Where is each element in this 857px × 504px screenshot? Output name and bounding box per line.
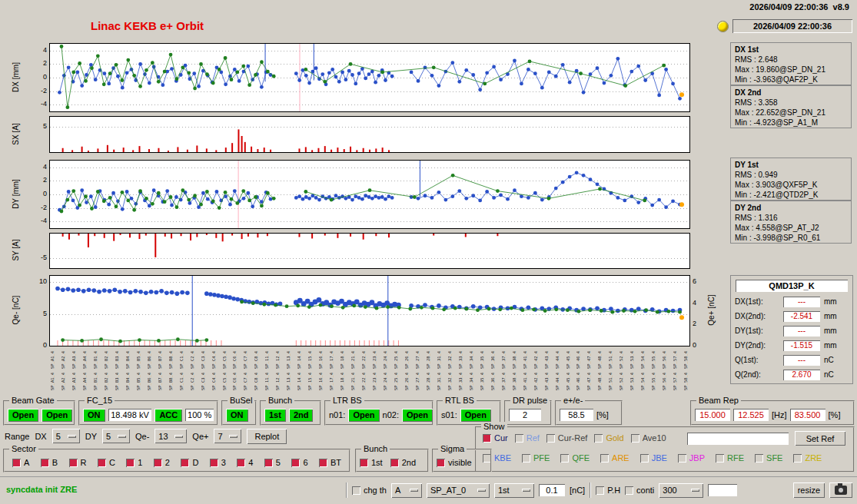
sector-checkbox-c[interactable]: C [98, 458, 115, 467]
sector-checkbox-3[interactable]: 3 [210, 458, 226, 467]
sector-checkbox-a[interactable]: A [12, 458, 29, 467]
show-rfe-checkbox[interactable]: RFE [716, 453, 744, 463]
checkbox-indicator [755, 454, 763, 463]
stats-min: Min : -2.421@QTD2P_K [735, 190, 851, 200]
sector-checkbox-5[interactable]: 5 [264, 458, 281, 467]
chg-th-checkbox[interactable]: chg th [352, 486, 387, 495]
bunch-2nd-checkbox[interactable]: 2nd [390, 458, 416, 467]
checkbox-indicator [522, 454, 530, 463]
sector-checkbox-b[interactable]: B [41, 458, 58, 467]
show-jbp-checkbox[interactable]: JBP [678, 453, 705, 463]
show-cur-checkbox[interactable]: Cur [483, 433, 508, 443]
bpm-name-label: SP_16_4 [319, 347, 323, 369]
fc15-percent-field[interactable]: 100 % [185, 409, 214, 421]
checkbox-indicator [546, 434, 555, 443]
show-sfe-checkbox[interactable]: SFE [755, 453, 782, 463]
sector-checkbox-1[interactable]: 1 [126, 458, 142, 467]
bpm-name-label: SP_B7_4 [158, 347, 162, 369]
bpm-name-label: SP_C7_4 [244, 347, 247, 369]
monitor-row-value: --- [783, 326, 820, 337]
resize-button[interactable]: resize [793, 482, 825, 498]
sector-checkbox-r[interactable]: R [69, 458, 87, 467]
qe-plot-canvas[interactable] [50, 276, 689, 346]
interval-select[interactable]: 300 [659, 483, 703, 498]
axis-tick-label: 2 [24, 59, 47, 67]
sector-checkbox-2[interactable]: 2 [154, 458, 170, 467]
busel-on-button[interactable]: ON [226, 409, 248, 422]
bunch-1st-checkbox[interactable]: 1st [360, 458, 383, 467]
range-qem-select[interactable]: 13 [154, 429, 187, 443]
beam-gate-open-1-button[interactable]: Open [8, 409, 38, 422]
sy-plot-canvas[interactable] [50, 234, 689, 268]
replot-button[interactable]: Replot [247, 429, 287, 444]
snapshot-button[interactable] [829, 482, 852, 498]
fc15-acc-button[interactable]: ACC [154, 409, 182, 422]
bunch-buttons-group: Bunch 1st 2nd [260, 400, 321, 426]
ltr-n02-open-button[interactable]: Open [402, 409, 433, 422]
bunch-1st-button[interactable]: 1st [264, 409, 286, 422]
blank-field[interactable] [708, 484, 737, 496]
bpm-name-label: SP_C8_4 [254, 369, 258, 390]
dy-plot-canvas[interactable] [50, 161, 689, 228]
range-qem-label: Qe- [135, 432, 149, 441]
threshold-field[interactable]: 0.1 [539, 484, 565, 496]
bunch-2nd-button[interactable]: 2nd [289, 409, 314, 422]
set-ref-button[interactable]: Set Ref [795, 431, 845, 446]
checkbox-indicator [390, 459, 399, 467]
sector-checkbox-4[interactable]: 4 [237, 458, 253, 467]
show-ave10-checkbox[interactable]: Ave10 [631, 433, 666, 443]
show-ref-checkbox[interactable]: Ref [515, 433, 540, 443]
sector-checkbox-6[interactable]: 6 [291, 458, 307, 467]
monitor-name[interactable]: QMD13P_K [736, 280, 848, 292]
sector-checkbox-bt[interactable]: BT [319, 458, 341, 467]
sector-checkbox-d[interactable]: D [181, 458, 198, 467]
show-pfe-checkbox[interactable]: PFE [522, 453, 550, 463]
bpm-name-label: SP_B4_4 [126, 369, 130, 390]
bpm-name-label: SP_35_4 [480, 347, 484, 369]
sx-plot-canvas[interactable] [50, 117, 689, 152]
ph-checkbox[interactable]: P.H [596, 486, 620, 495]
show-jbe-checkbox[interactable]: JBE [640, 453, 667, 463]
checkbox-label: chg th [364, 486, 387, 495]
threshold-unit-label: [nC] [570, 486, 585, 495]
ltr-n02-label: n02: [383, 410, 399, 419]
bpm-name-label: SP_54_4 [641, 347, 645, 369]
show-qfe-checkbox[interactable]: QFE [560, 453, 590, 463]
ref-name-input[interactable] [687, 433, 789, 445]
sigma-visible-checkbox[interactable]: visible [437, 458, 472, 467]
beam-gate-open-2-button[interactable]: Open [42, 409, 72, 422]
fc15-kv-field[interactable]: 18.498 kV [108, 409, 152, 421]
range-row: Range DX 5 DY 5 Qe- 13 Qe+ 7 Replot [5, 428, 287, 444]
stats-dx-2nd: DX 2nd RMS : 3.358 Max : 22.652@SP_DN_21… [730, 85, 852, 128]
axis-tick-label: 0 [693, 341, 711, 349]
fc15-on-button[interactable]: ON [83, 409, 105, 422]
bpm-name-label: SP_55_4 [652, 369, 656, 390]
conti-checkbox[interactable]: conti [625, 486, 654, 495]
axis-tick-label: -4 [24, 100, 47, 108]
bpm-name-label: SP_35_4 [480, 369, 484, 390]
bpm-name-label: SP_14_4 [297, 347, 301, 369]
show-gold-checkbox[interactable]: Gold [594, 433, 623, 443]
monitor-select[interactable]: SP_AT_0 [427, 483, 490, 498]
rtl-s01-open-button[interactable]: Open [460, 409, 491, 422]
checkbox-indicator [291, 459, 300, 467]
dx-plot-canvas[interactable] [50, 44, 689, 111]
epem-field[interactable]: 58.5 [560, 409, 593, 421]
checkbox-indicator [154, 459, 162, 467]
ltr-n01-label: n01: [329, 410, 345, 419]
dr-pulse-field[interactable]: 2 [509, 409, 541, 421]
show-zre-checkbox[interactable]: ZRE [793, 453, 822, 463]
ltr-bs-group: LTR BS n01: Open n02: Open [324, 400, 433, 426]
beam-rep-hz-label: [Hz] [772, 410, 787, 419]
show-are-checkbox[interactable]: ARE [600, 453, 629, 463]
ltr-n01-open-button[interactable]: Open [348, 409, 379, 422]
bunch-select[interactable]: 1st [494, 483, 534, 498]
checkbox-indicator [793, 454, 802, 463]
range-dx-select[interactable]: 5 [52, 429, 80, 443]
dropdown-indicator-icon [691, 489, 699, 492]
range-dx-value: 5 [56, 432, 61, 441]
range-dy-select[interactable]: 5 [102, 429, 130, 443]
range-qep-select[interactable]: 7 [214, 429, 241, 443]
sector-select[interactable]: A [391, 483, 422, 498]
show-cur-ref-checkbox[interactable]: Cur-Ref [546, 433, 588, 443]
